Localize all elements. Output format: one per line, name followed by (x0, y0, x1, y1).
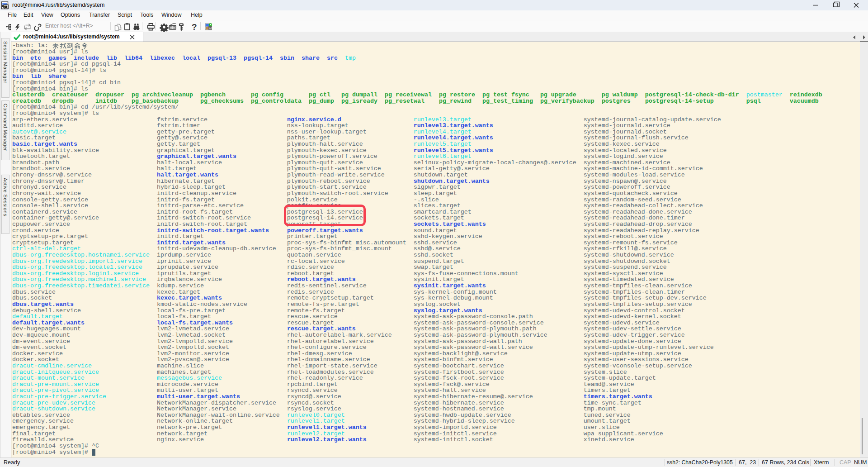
svg-text:?: ? (192, 22, 197, 32)
